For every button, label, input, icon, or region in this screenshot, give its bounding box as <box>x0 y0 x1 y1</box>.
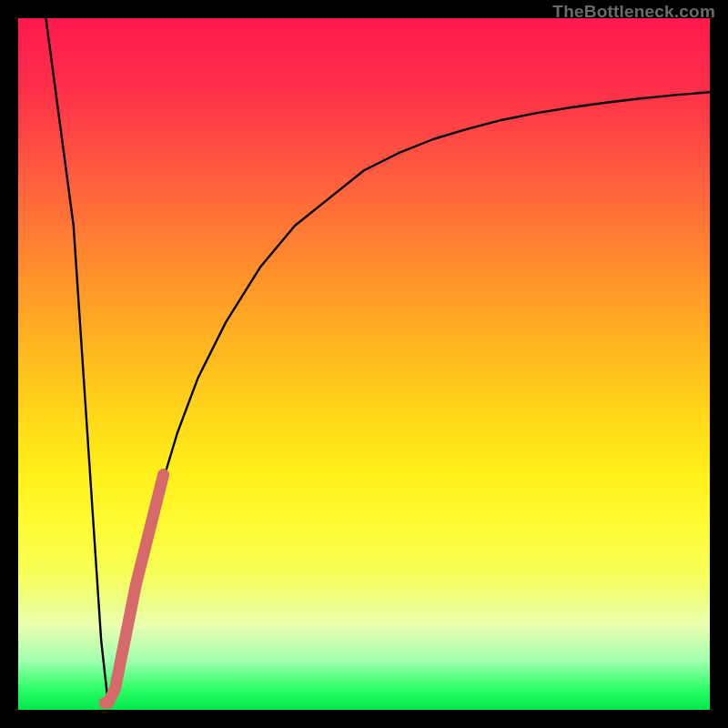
bottleneck-curve <box>46 18 710 703</box>
chart-overlay <box>18 18 710 710</box>
chart-frame: TheBottleneck.com <box>0 0 728 728</box>
optimal-marker <box>105 475 164 703</box>
watermark-text: TheBottleneck.com <box>552 2 715 22</box>
